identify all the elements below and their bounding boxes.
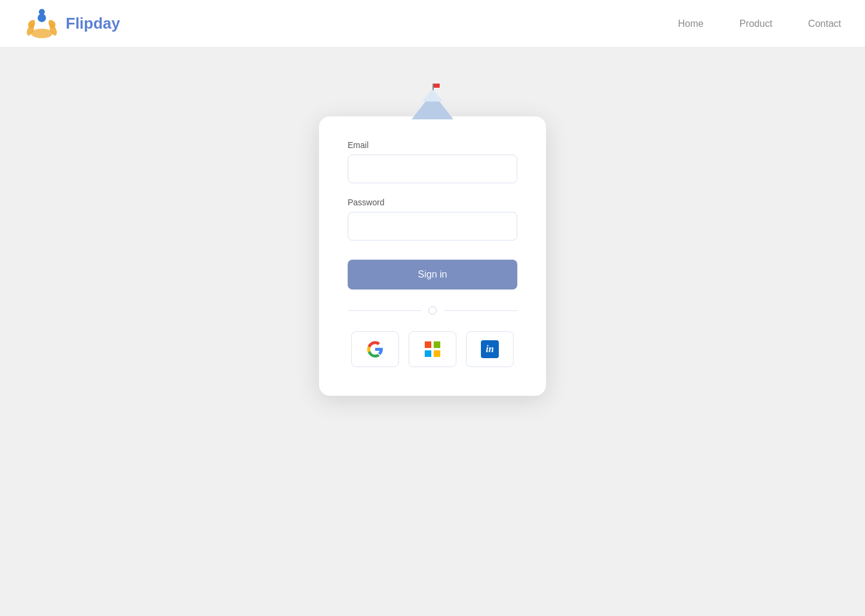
svg-point-2 xyxy=(39,9,45,15)
password-label: Password xyxy=(348,198,517,207)
nav-contact[interactable]: Contact xyxy=(808,19,841,29)
brand[interactable]: Flipday xyxy=(24,6,120,42)
microsoft-login-button[interactable] xyxy=(409,331,456,367)
linkedin-login-button[interactable]: in xyxy=(466,331,514,367)
divider-line-left xyxy=(348,310,421,311)
email-group: Email xyxy=(348,140,517,183)
password-group: Password xyxy=(348,198,517,241)
navbar: Flipday Home Product Contact xyxy=(0,0,865,48)
sign-in-button[interactable]: Sign in xyxy=(348,260,517,289)
brand-name: Flipday xyxy=(66,14,120,33)
main-content: Email Password Sign in xyxy=(0,48,865,616)
email-input[interactable] xyxy=(348,155,517,183)
mountain-snow-icon xyxy=(422,90,443,101)
svg-point-0 xyxy=(31,29,53,38)
svg-point-1 xyxy=(38,14,46,22)
password-input[interactable] xyxy=(348,212,517,241)
google-login-button[interactable] xyxy=(351,331,399,367)
nav-home[interactable]: Home xyxy=(678,19,704,29)
flag-banner-icon xyxy=(434,84,440,88)
illustration-wrapper xyxy=(412,84,453,119)
brand-logo-icon xyxy=(24,6,60,42)
email-label: Email xyxy=(348,140,517,150)
login-card: Email Password Sign in xyxy=(319,116,546,396)
mountain-illustration xyxy=(412,84,453,119)
divider xyxy=(348,306,517,315)
nav-product[interactable]: Product xyxy=(740,19,772,29)
divider-circle-icon xyxy=(428,306,437,315)
microsoft-icon xyxy=(425,341,440,357)
linkedin-icon: in xyxy=(481,340,499,358)
social-buttons: in xyxy=(348,331,517,367)
divider-line-right xyxy=(444,310,517,311)
google-icon xyxy=(367,341,384,358)
navbar-links: Home Product Contact xyxy=(678,19,841,29)
